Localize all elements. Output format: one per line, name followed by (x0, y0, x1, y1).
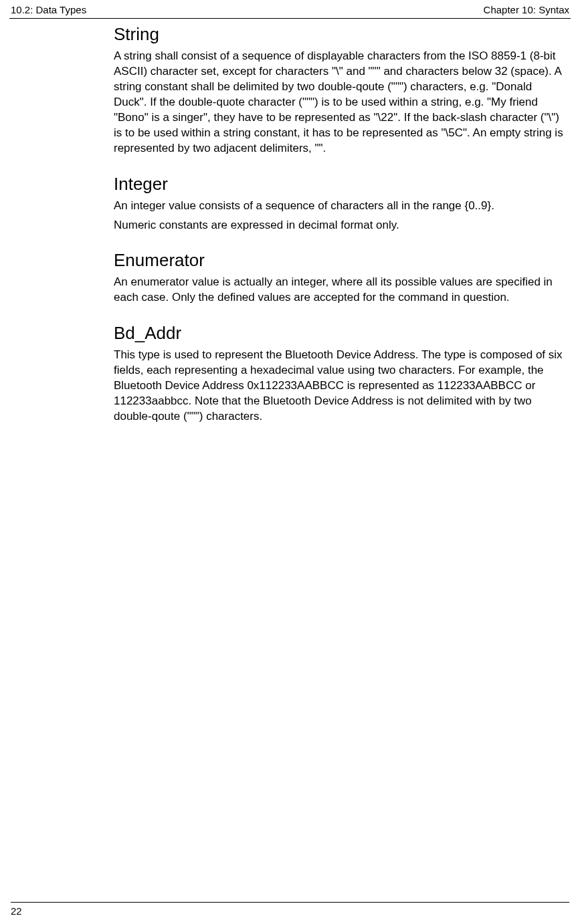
enumerator-body: An enumerator value is actually an integ… (114, 275, 568, 306)
bdaddr-body: This type is used to represent the Bluet… (114, 348, 568, 425)
page-number: 22 (11, 905, 22, 917)
string-body: A string shall consist of a sequence of … (114, 49, 568, 156)
header-chapter-label: Chapter 10: Syntax (484, 4, 569, 15)
integer-body-1: An integer value consists of a sequence … (114, 199, 568, 214)
string-heading: String (114, 24, 568, 45)
enumerator-heading: Enumerator (114, 250, 568, 271)
page-header: 10.2: Data Types Chapter 10: Syntax (0, 0, 580, 18)
page-content: String A string shall consist of a seque… (0, 19, 580, 425)
bdaddr-heading: Bd_Addr (114, 323, 568, 344)
footer-divider (11, 902, 569, 903)
integer-heading: Integer (114, 174, 568, 195)
bdaddr-body-bold: not (407, 394, 423, 407)
integer-body-2: Numeric constants are expressed in decim… (114, 218, 568, 233)
header-section-label: 10.2: Data Types (11, 4, 86, 15)
page-footer: 22 (0, 902, 580, 924)
